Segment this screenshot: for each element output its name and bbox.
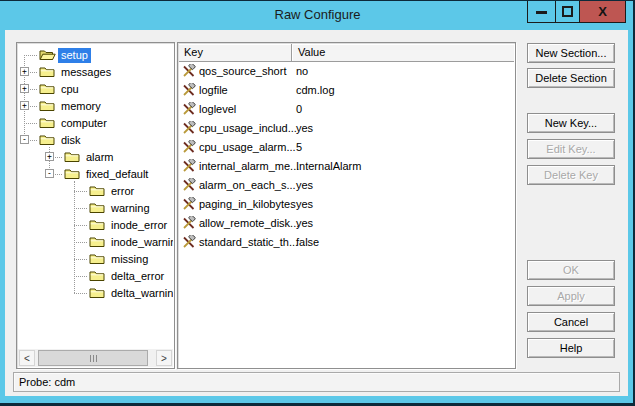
key-icon [182,83,196,97]
value-cell: yes [296,122,313,134]
key-cell: qos_source_short [199,65,286,77]
list-row[interactable]: internal_alarm_me... InternalAlarm [179,157,514,176]
key-icon [182,121,196,135]
cancel-button[interactable]: Cancel [527,312,615,332]
new-section-button[interactable]: New Section... [527,43,615,63]
tree-item-label: messages [58,65,114,80]
new-key-button[interactable]: New Key... [527,113,615,133]
list-row[interactable]: logfile cdm.log [179,81,514,100]
folder-icon [64,167,80,180]
tree-item-delta-warning[interactable]: delta_warning [18,285,173,301]
dialog-body: setup + messages + cpu + memory [5,30,628,396]
list-row[interactable]: cpu_usage_includ... yes [179,119,514,138]
tree-item-error[interactable]: error [18,183,173,199]
value-cell: no [296,65,308,77]
key-cell: paging_in_kilobytes [199,198,296,210]
folder-icon [64,150,80,163]
scrollbar-thumb[interactable] [38,350,148,366]
key-icon [182,235,196,249]
list-row[interactable]: loglevel 0 [179,100,514,119]
list-row[interactable]: allow_remote_disk... yes [179,214,514,233]
key-cell: cpu_usage_alarm... [199,141,296,153]
value-cell: InternalAlarm [296,160,361,172]
tree-expand-toggle[interactable]: + [20,84,29,93]
tree-connector-stub [74,276,87,277]
folder-icon [89,184,105,197]
column-header-key[interactable]: Key [179,44,292,61]
tree-item-alarm[interactable]: + alarm [18,149,173,165]
tree-item-label: delta_error [108,269,167,284]
tree-item-disk[interactable]: - disk [18,132,173,148]
value-cell: yes [296,198,313,210]
key-cell: standard_static_th... [199,236,298,248]
folder-icon [89,201,105,214]
tree-item-label: cpu [58,82,82,97]
tree-item-computer[interactable]: computer [18,115,173,131]
tree-item-memory[interactable]: + memory [18,98,173,114]
list-row[interactable]: paging_in_kilobytes yes [179,195,514,214]
list-row[interactable]: standard_static_th... false [179,233,514,252]
edit-key-button: Edit Key... [527,139,615,159]
tree-item-label: fixed_default [83,167,151,182]
tree-expand-toggle[interactable]: + [45,152,54,161]
key-icon [182,178,196,192]
folder-icon [39,116,55,129]
caption-buttons: X [527,1,626,23]
tree-connector-stub [74,225,87,226]
tree-item-inode-warning[interactable]: inode_warning [18,234,173,250]
scroll-right-button[interactable]: > [156,350,172,366]
key-cell: allow_remote_disk... [199,217,299,229]
tree-item-missing[interactable]: missing [18,251,173,267]
tree-item-fixed-default[interactable]: - fixed_default [18,166,173,182]
close-icon: X [598,4,607,19]
tree-item-label: inode_warning [108,235,173,250]
key-icon [182,102,196,116]
tree-horizontal-scrollbar[interactable]: < > [18,349,173,367]
tree-expand-toggle[interactable]: - [20,135,29,144]
help-button[interactable]: Help [527,338,615,358]
tree-item-label: setup [58,48,91,63]
status-bar: Probe: cdm [13,372,620,392]
scrollbar-grip [96,355,97,362]
list-row[interactable]: qos_source_short no [179,62,514,81]
value-cell: cdm.log [296,84,335,96]
column-header-value[interactable]: Value [293,44,514,61]
tree-item-messages[interactable]: + messages [18,64,173,80]
titlebar[interactable]: Raw Configure X [0,0,635,30]
value-cell: yes [296,179,313,191]
folder-icon [39,82,55,95]
key-cell: cpu_usage_includ... [199,122,297,134]
tree-connector-stub [74,293,87,294]
folder-icon [89,218,105,231]
list-row[interactable]: alarm_on_each_s... yes [179,176,514,195]
tree-item-label: warning [108,201,153,216]
minimize-button[interactable] [528,1,555,22]
ok-button: OK [527,260,615,280]
tree-item-cpu[interactable]: + cpu [18,81,173,97]
tree-connector-stub [24,55,37,56]
tree-item-delta-error[interactable]: delta_error [18,268,173,284]
tree-expand-toggle[interactable]: + [20,101,29,110]
raw-configure-window: Raw Configure X setup + [0,0,635,406]
scrollbar-grip [90,355,91,362]
apply-button: Apply [527,286,615,306]
scrollbar-track[interactable] [36,350,155,366]
tree-item-setup[interactable]: setup [18,47,173,63]
close-button[interactable]: X [579,1,625,22]
value-cell: false [296,236,319,248]
maximize-button[interactable] [555,1,579,22]
tree-item-label: inode_error [108,218,170,233]
list-row[interactable]: cpu_usage_alarm... 5 [179,138,514,157]
tree-item-warning[interactable]: warning [18,200,173,216]
delete-section-button[interactable]: Delete Section [527,68,615,88]
tree-item-label: memory [58,99,104,114]
tree-expand-toggle[interactable]: - [45,169,54,178]
key-button-group: New Key...Edit Key...Delete Key [527,113,615,191]
tree-item-inode-error[interactable]: inode_error [18,217,173,233]
scroll-left-button[interactable]: < [19,350,35,366]
folder-icon [39,133,55,146]
tree-expand-toggle[interactable]: + [20,67,29,76]
tree-rows: setup + messages + cpu + memory [18,44,173,349]
section-tree-panel: setup + messages + cpu + memory [16,42,175,369]
tree-item-label: delta_warning [108,286,173,301]
